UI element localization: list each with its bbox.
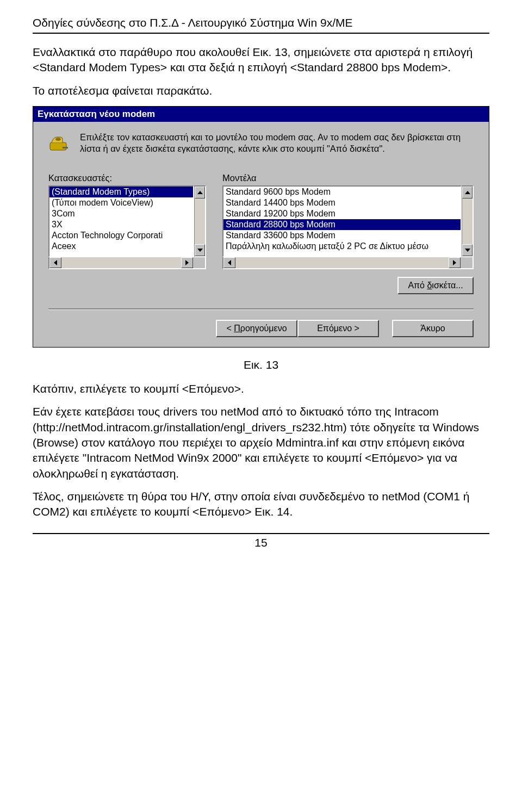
models-vscrollbar[interactable] [462,185,474,257]
scroll-track[interactable] [61,257,181,268]
scroll-right-icon[interactable] [449,257,461,268]
page-header: Οδηγίες σύνδεσης στο Π.Σ.Δ - Λειτουργικό… [33,16,489,34]
dialog-separator [48,308,474,310]
manufacturers-label: Κατασκευαστές: [48,173,206,183]
scroll-left-icon[interactable] [223,257,235,268]
paragraph-2: Το αποτέλεσμα φαίνεται παρακάτω. [33,83,489,98]
scroll-down-icon[interactable] [195,244,205,256]
list-item[interactable]: (Standard Modem Types) [49,187,193,197]
back-button[interactable]: < Προηγούμενο [216,320,297,337]
scroll-right-icon[interactable] [181,257,193,268]
next-button[interactable]: Επόμενο > [297,320,379,337]
modem-icon [48,133,70,154]
scroll-up-icon[interactable] [195,187,205,199]
list-item[interactable]: Accton Technology Corporati [49,230,193,241]
figure-label: Εικ. 13 [33,358,489,371]
scroll-track[interactable] [462,199,473,244]
from-disk-button[interactable]: Από δισκέτα... [397,277,474,294]
scroll-track[interactable] [235,257,449,268]
list-item[interactable]: Standard 33600 bps Modem [223,230,461,241]
scroll-corner [461,257,473,268]
dialog-instruction: Επιλέξτε τον κατασκευαστή και το μοντέλο… [80,132,474,154]
paragraph-5: Τέλος, σημειώνετε τη θύρα του Η/Υ, στην … [33,489,489,520]
scroll-down-icon[interactable] [462,244,473,256]
models-hscrollbar[interactable] [222,257,474,269]
dialog-title: Εγκατάσταση νέου modem [33,107,489,122]
svg-rect-0 [50,142,66,150]
list-item[interactable]: Standard 19200 bps Modem [223,208,461,219]
cancel-button[interactable]: Άκυρο [392,320,474,337]
list-item[interactable]: Standard 9600 bps Modem [223,187,461,197]
list-item[interactable]: (Τύποι modem VoiceView) [49,197,193,208]
list-item[interactable]: 3Com [49,208,193,219]
scroll-up-icon[interactable] [462,187,473,199]
paragraph-1: Εναλλακτικά στο παράθυρο που ακολουθεί Ε… [33,45,489,76]
list-item[interactable]: Standard 28800 bps Modem [223,219,461,230]
list-item[interactable]: Standard 14400 bps Modem [223,197,461,208]
manufacturers-hscrollbar[interactable] [48,257,206,269]
svg-point-1 [55,138,61,141]
svg-rect-2 [63,147,68,148]
models-listbox[interactable]: Standard 9600 bps ModemStandard 14400 bp… [222,185,462,257]
paragraph-4: Εάν έχετε κατεβάσει τους drivers του net… [33,404,489,481]
manufacturers-vscrollbar[interactable] [194,185,206,257]
page-number: 15 [254,536,267,549]
models-label: Μοντέλα [222,173,474,183]
scroll-corner [193,257,205,268]
list-item[interactable]: Aceex [49,241,193,252]
scroll-left-icon[interactable] [49,257,61,268]
scroll-track[interactable] [195,199,205,244]
manufacturers-listbox[interactable]: (Standard Modem Types)(Τύποι modem Voice… [48,185,194,257]
paragraph-3: Κατόπιν, επιλέγετε το κουμπί <Επόμενο>. [33,381,489,396]
install-modem-dialog: Εγκατάσταση νέου modem Επιλέξτε τον κατα… [33,106,489,348]
list-item[interactable]: 3X [49,219,193,230]
list-item[interactable]: Παράλληλη καλωδίωση μεταξύ 2 PC σε Δίκτυ… [223,241,461,252]
